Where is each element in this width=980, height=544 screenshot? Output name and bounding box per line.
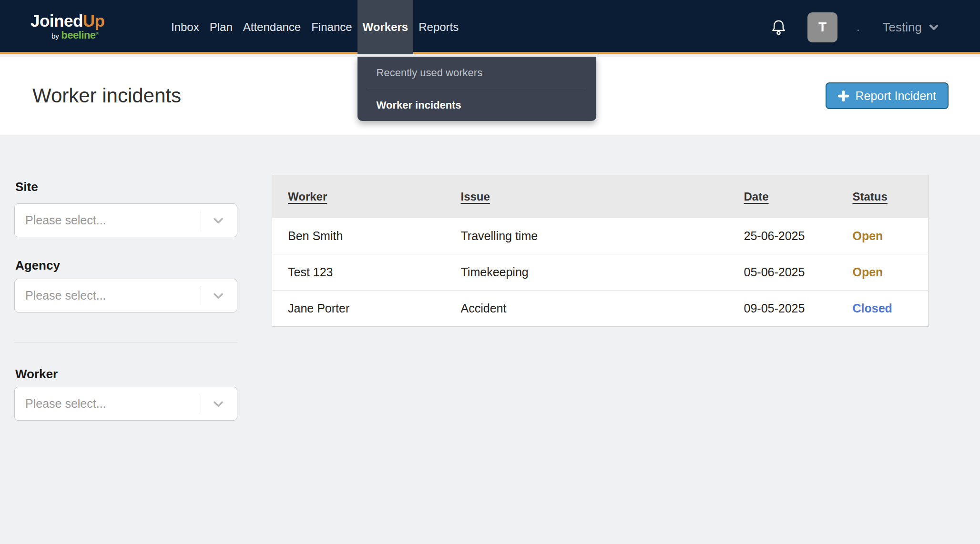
nav-item-reports[interactable]: Reports xyxy=(413,0,464,54)
chevron-down-icon xyxy=(211,289,225,303)
column-header-status: Status xyxy=(837,175,929,218)
select-placeholder: Please select... xyxy=(25,213,106,227)
nav-item-plan[interactable]: Plan xyxy=(204,0,238,54)
cell-date: 05-06-2025 xyxy=(728,254,837,291)
report-incident-label: Report Incident xyxy=(855,89,936,103)
table-row[interactable]: Ben Smith Travelling time 25-06-2025 Ope… xyxy=(272,218,929,254)
cell-worker: Jane Porter xyxy=(272,291,445,327)
nav-item-attendance[interactable]: Attendance xyxy=(238,0,306,54)
select-divider xyxy=(201,212,201,230)
plus-icon xyxy=(838,91,849,101)
brand-joinedup-text: JoinedUp xyxy=(31,12,104,29)
column-header-date: Date xyxy=(728,175,837,218)
site-select[interactable]: Please select... xyxy=(14,203,237,237)
nav-menu: Inbox Plan Attendance Finance Workers Re… xyxy=(166,0,464,54)
chevron-down-icon xyxy=(211,213,225,228)
report-incident-button[interactable]: Report Incident xyxy=(826,82,949,109)
app-root: JoinedUp by beeline® Inbox Plan Attendan… xyxy=(0,0,980,544)
nav-item-inbox[interactable]: Inbox xyxy=(166,0,204,54)
select-placeholder: Please select... xyxy=(25,289,106,302)
page-title: Worker incidents xyxy=(32,84,181,107)
filter-label-site: Site xyxy=(15,180,38,194)
menu-item-recently-used-workers[interactable]: Recently used workers xyxy=(357,57,596,89)
table-header-row: Worker Issue Date Status xyxy=(272,175,929,218)
navbar-right: T . Testing xyxy=(771,0,980,54)
avatar-initial: T xyxy=(818,20,827,35)
status-badge: Open xyxy=(837,254,929,291)
notifications-bell-icon[interactable] xyxy=(771,19,786,36)
top-navbar: JoinedUp by beeline® Inbox Plan Attendan… xyxy=(0,0,980,54)
content-area: Site Please select... Agency Please sele… xyxy=(0,135,980,544)
filters-divider xyxy=(14,342,237,343)
select-placeholder: Please select... xyxy=(25,397,106,411)
table-row[interactable]: Test 123 Timekeeping 05-06-2025 Open xyxy=(272,254,929,291)
user-avatar[interactable]: T xyxy=(807,12,837,42)
cell-issue: Travelling time xyxy=(445,218,728,254)
cell-date: 09-05-2025 xyxy=(728,291,837,327)
incidents-table: Worker Issue Date Status Ben Smith Trave… xyxy=(272,175,929,327)
account-separator: . xyxy=(857,20,860,34)
cell-issue: Timekeeping xyxy=(445,254,728,291)
brand-up: Up xyxy=(83,11,105,30)
status-badge: Closed xyxy=(837,291,929,327)
cell-date: 25-06-2025 xyxy=(728,218,837,254)
filter-label-agency: Agency xyxy=(15,258,60,273)
account-name: Testing xyxy=(883,20,922,35)
column-header-issue: Issue xyxy=(445,175,728,218)
nav-item-finance[interactable]: Finance xyxy=(306,0,357,54)
nav-item-workers[interactable]: Workers Recently used workers Worker inc… xyxy=(357,0,414,54)
nav-item-workers-label: Workers xyxy=(363,20,408,34)
menu-item-worker-incidents[interactable]: Worker incidents xyxy=(357,89,596,121)
filter-label-worker: Worker xyxy=(15,367,58,382)
column-header-worker: Worker xyxy=(272,175,445,218)
brand-joined: Joined xyxy=(31,11,83,30)
brand-logo: JoinedUp by beeline® xyxy=(31,12,104,40)
brand-beeline-text: by beeline® xyxy=(51,30,104,40)
select-divider xyxy=(201,287,201,305)
workers-dropdown-menu: Recently used workers Worker incidents xyxy=(357,57,596,121)
cell-worker: Test 123 xyxy=(272,254,445,291)
status-badge: Open xyxy=(837,218,929,254)
cell-issue: Accident xyxy=(445,291,728,327)
chevron-down-icon xyxy=(211,397,225,411)
worker-select[interactable]: Please select... xyxy=(14,387,237,421)
chevron-down-icon xyxy=(928,21,940,33)
select-divider xyxy=(201,395,201,413)
agency-select[interactable]: Please select... xyxy=(14,279,237,312)
account-menu[interactable]: Testing xyxy=(883,20,940,35)
table-row[interactable]: Jane Porter Accident 09-05-2025 Closed xyxy=(272,291,929,327)
cell-worker: Ben Smith xyxy=(272,218,445,254)
